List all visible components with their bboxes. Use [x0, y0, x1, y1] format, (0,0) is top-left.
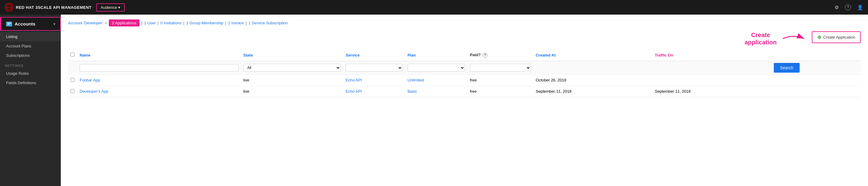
row-checkbox-cell[interactable] [68, 74, 77, 86]
row-state: live [241, 86, 343, 97]
col-name: Name [77, 50, 241, 61]
subscriptions-label: Subscriptions [6, 53, 30, 58]
logo: RH RED HAT 3SCALE API MANAGEMENT [5, 3, 91, 11]
filter-plan-cell[interactable] [405, 61, 467, 74]
breadcrumb-group-membership-link[interactable]: 1 Group Membership [186, 21, 223, 25]
table-header-area: Create application ⊕ Create Application [68, 31, 861, 46]
app-name-link[interactable]: Foobar App [80, 78, 100, 82]
svg-text:RH: RH [7, 6, 11, 9]
sidebar-item-account-plans[interactable]: Account Plans [0, 41, 61, 51]
breadcrumb-sep4: | [183, 21, 184, 25]
filter-state-select[interactable]: All Live Suspended [243, 64, 341, 72]
question-icon[interactable]: ? [483, 53, 488, 58]
row-service[interactable]: Echo API [343, 74, 405, 86]
breadcrumb-sep3: | [157, 21, 158, 25]
filter-traffic-on-cell [652, 61, 771, 74]
create-application-button[interactable]: ⊕ Create Application [812, 31, 861, 43]
top-nav: RH RED HAT 3SCALE API MANAGEMENT Audienc… [0, 0, 868, 14]
annotation-text: Create application [745, 31, 777, 46]
select-all-header[interactable] [68, 50, 77, 61]
filter-plan-select[interactable] [408, 64, 465, 72]
row-checkbox[interactable] [70, 89, 74, 93]
row-service[interactable]: Echo API [343, 86, 405, 97]
logo-icon: RH [5, 3, 13, 11]
applications-table: Name State Service Plan Paid? ? Created … [68, 50, 861, 97]
logo-text: RED HAT 3SCALE API MANAGEMENT [16, 5, 91, 10]
search-header [771, 50, 861, 61]
sidebar-item-usage-rules[interactable]: Usage Rules [0, 69, 61, 78]
col-state: State [241, 50, 343, 61]
sidebar-item-fields-definitions[interactable]: Fields Definitions [0, 78, 61, 88]
audience-button[interactable]: Audience ▾ [96, 3, 125, 11]
filter-paid-cell[interactable] [467, 61, 533, 74]
chevron-down-icon: ▾ [118, 5, 120, 10]
service-link[interactable]: Echo API [346, 89, 362, 94]
account-plans-label: Account Plans [6, 44, 31, 48]
row-state: live [241, 74, 343, 86]
annotation-area: Create application [745, 31, 806, 46]
select-all-checkbox[interactable] [70, 53, 74, 57]
table-body: Foobar App live Echo API Unlimited free … [68, 74, 861, 97]
filter-search-cell[interactable]: Search [771, 61, 861, 74]
row-traffic-on: September 11, 2018 [652, 86, 771, 97]
row-name[interactable]: Developer's App [77, 86, 241, 97]
filter-paid-select[interactable] [470, 64, 531, 72]
arrow-icon [781, 33, 806, 45]
plus-icon: ⊕ [817, 34, 821, 40]
row-created-at: October 26, 2018 [533, 74, 653, 86]
breadcrumb-invitations-link[interactable]: 0 Invitations [160, 21, 181, 25]
row-checkbox[interactable] [70, 78, 74, 82]
breadcrumb: Account 'Developer' > 2 Applications | 1… [68, 20, 861, 26]
breadcrumb-sep6: | [246, 21, 246, 25]
table-row: Foobar App live Echo API Unlimited free … [68, 74, 861, 86]
listing-label: Listing [6, 34, 18, 39]
breadcrumb-sep2: | [141, 21, 142, 25]
breadcrumb-service-sub-link[interactable]: 1 Service Subscription [248, 21, 287, 25]
accounts-icon [6, 22, 12, 26]
filter-created-at-cell [533, 61, 653, 74]
filter-service-cell[interactable] [343, 61, 405, 74]
breadcrumb-users-link[interactable]: 1 User [144, 21, 156, 25]
row-action [771, 74, 861, 86]
breadcrumb-invoice-link[interactable]: 1 Invoice [228, 21, 244, 25]
help-icon[interactable]: ? [845, 4, 851, 10]
plan-link[interactable]: Basic [408, 89, 417, 94]
col-created-at: Created At [533, 50, 653, 61]
filter-name-input[interactable] [80, 64, 239, 71]
user-icon[interactable]: 👤 [857, 5, 863, 10]
row-action [771, 86, 861, 97]
row-checkbox-cell[interactable] [68, 86, 77, 97]
breadcrumb-applications-active[interactable]: 2 Applications [109, 20, 139, 26]
top-nav-right: ⚙ ? 👤 [835, 4, 863, 10]
sidebar-item-subscriptions[interactable]: Subscriptions [0, 51, 61, 60]
main-content: Account 'Developer' > 2 Applications | 1… [61, 14, 868, 186]
usage-rules-label: Usage Rules [6, 71, 29, 76]
svg-rect-3 [7, 23, 11, 23]
filter-checkbox-cell [68, 61, 77, 74]
filter-row: All Live Suspended [68, 61, 861, 74]
service-link[interactable]: Echo API [346, 78, 362, 82]
filter-service-select[interactable] [346, 64, 402, 72]
sidebar-accounts-section[interactable]: Accounts ▾ [0, 17, 61, 31]
breadcrumb-account-link[interactable]: Account 'Developer' [68, 21, 103, 25]
filter-name-cell[interactable] [77, 61, 241, 74]
create-app-label: Create Application [823, 35, 855, 39]
audience-label: Audience [101, 5, 117, 10]
row-paid: free [467, 86, 533, 97]
row-plan[interactable]: Basic [405, 86, 467, 97]
chevron-icon: ▾ [54, 22, 55, 26]
search-button[interactable]: Search [774, 63, 799, 73]
row-name[interactable]: Foobar App [77, 74, 241, 86]
plan-link[interactable]: Unlimited [408, 78, 424, 82]
accounts-label: Accounts [14, 21, 35, 26]
filter-state-cell[interactable]: All Live Suspended [241, 61, 343, 74]
breadcrumb-sep1: > [105, 21, 107, 25]
col-plan: Plan [405, 50, 467, 61]
app-name-link[interactable]: Developer's App [80, 89, 108, 94]
gear-icon[interactable]: ⚙ [835, 5, 839, 10]
sidebar-item-listing[interactable]: Listing [0, 32, 61, 41]
row-plan[interactable]: Unlimited [405, 74, 467, 86]
layout: Accounts ▾ Listing Account Plans Subscri… [0, 14, 868, 186]
table-header-row: Name State Service Plan Paid? ? Created … [68, 50, 861, 61]
row-created-at: September 11, 2018 [533, 86, 653, 97]
